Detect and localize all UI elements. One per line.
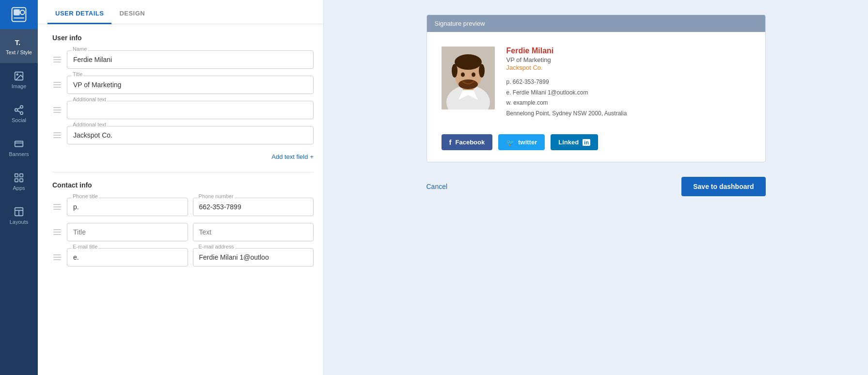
- title-text-two-col: [67, 223, 314, 241]
- svg-point-9: [20, 112, 23, 115]
- email-title-field-wrapper: E-mail title: [67, 248, 188, 266]
- title-text-field-row: [52, 223, 314, 241]
- sidebar-item-label: Social: [12, 117, 26, 123]
- preview-panel: Signature preview: [324, 0, 868, 375]
- phone-two-col: Phone title Phone number: [67, 198, 314, 216]
- social-linkedin-button[interactable]: Linked in: [551, 134, 598, 150]
- sidebar-item-layouts[interactable]: Layouts: [0, 199, 38, 233]
- tab-bar: USER DETAILS DESIGN: [38, 0, 323, 24]
- phone-field-row: Phone title Phone number: [52, 198, 314, 216]
- svg-point-26: [452, 64, 458, 78]
- sig-content: Ferdie Milani VP of Marketing Jackspot C…: [442, 47, 751, 119]
- title-text-drag-handle[interactable]: [52, 227, 62, 237]
- sig-email: e. Ferdie Milani 1@outlook.com: [506, 88, 751, 98]
- sidebar: T. Text / Style Image Social Banners: [0, 0, 38, 375]
- main-content: USER DETAILS DESIGN User info Name: [38, 0, 868, 375]
- svg-rect-16: [15, 179, 18, 182]
- sig-contact: p. 662-353-7899 e. Ferdie Milani 1@outlo…: [506, 77, 751, 119]
- email-field-row: E-mail title E-mail address: [52, 248, 314, 266]
- svg-point-7: [20, 106, 23, 109]
- email-address-field-wrapper: E-mail address: [193, 248, 314, 266]
- sidebar-item-label: Banners: [9, 151, 29, 157]
- phone-number-field-wrapper: Phone number: [193, 198, 314, 216]
- name-field-wrapper: Name: [67, 50, 314, 69]
- title-input[interactable]: [67, 76, 314, 94]
- sig-address: Bennelong Point, Sydney NSW 2000, Austra…: [506, 109, 751, 119]
- signature-preview-header: Signature preview: [427, 15, 765, 32]
- sidebar-item-banners[interactable]: Banners: [0, 131, 38, 165]
- sidebar-item-apps[interactable]: Apps: [0, 165, 38, 199]
- user-info-title: User info: [52, 34, 314, 42]
- svg-rect-12: [15, 141, 23, 147]
- svg-text:T.: T.: [15, 39, 20, 47]
- app-logo[interactable]: [0, 0, 38, 29]
- svg-point-27: [479, 64, 485, 78]
- sidebar-item-label: Layouts: [10, 219, 29, 225]
- sig-web: w. example.com: [506, 98, 751, 109]
- facebook-icon: f: [449, 138, 452, 146]
- svg-line-10: [17, 110, 20, 112]
- svg-point-30: [472, 73, 475, 77]
- form-panel: USER DETAILS DESIGN User info Name: [38, 0, 324, 375]
- avatar: [442, 47, 495, 109]
- phone-number-input[interactable]: [193, 198, 314, 216]
- phone-drag-handle[interactable]: [52, 202, 62, 212]
- form-content: User info Name Title: [38, 24, 323, 375]
- title2-input[interactable]: [67, 223, 188, 241]
- email-title-input[interactable]: [67, 248, 188, 266]
- add-text-field-button[interactable]: Add text field +: [52, 151, 314, 167]
- save-button[interactable]: Save to dashboard: [681, 177, 765, 196]
- additional-text2-drag-handle[interactable]: [52, 130, 62, 140]
- svg-point-2: [20, 10, 25, 15]
- text-input[interactable]: [193, 223, 314, 241]
- sidebar-item-label: Text / Style: [6, 49, 32, 55]
- sidebar-item-text-style[interactable]: T. Text / Style: [0, 29, 38, 63]
- contact-info-title: Contact info: [52, 181, 314, 189]
- name-field-row: Name: [52, 50, 314, 69]
- tab-user-details[interactable]: USER DETAILS: [47, 4, 111, 24]
- sig-company: Jackspot Co.: [506, 64, 751, 71]
- svg-rect-1: [14, 9, 20, 16]
- name-input[interactable]: [67, 50, 314, 69]
- cancel-button[interactable]: Cancel: [426, 183, 448, 190]
- svg-line-11: [17, 108, 20, 109]
- svg-rect-15: [20, 174, 23, 177]
- sidebar-item-label: Image: [12, 83, 27, 89]
- additional-text1-field-wrapper: Additional text: [67, 101, 314, 119]
- twitter-icon: 🐦: [506, 139, 514, 146]
- email-two-col: E-mail title E-mail address: [67, 248, 314, 266]
- svg-point-25: [455, 54, 482, 70]
- sidebar-item-label: Apps: [13, 185, 25, 191]
- svg-rect-14: [15, 174, 18, 177]
- signature-preview-body: Ferdie Milani VP of Marketing Jackspot C…: [427, 32, 765, 162]
- title-drag-handle[interactable]: [52, 80, 62, 90]
- svg-point-29: [461, 73, 465, 77]
- email-address-input[interactable]: [193, 248, 314, 266]
- tab-design[interactable]: DESIGN: [111, 4, 153, 24]
- additional-text2-field-wrapper: Additional text: [67, 126, 314, 144]
- sig-title: VP of Marketing: [506, 56, 751, 63]
- title-field-wrapper: Title: [67, 76, 314, 94]
- phone-title-field-wrapper: Phone title: [67, 198, 188, 216]
- email-drag-handle[interactable]: [52, 252, 62, 262]
- title2-field-wrapper: [67, 223, 188, 241]
- phone-title-input[interactable]: [67, 198, 188, 216]
- svg-point-6: [16, 74, 18, 75]
- social-twitter-button[interactable]: 🐦 twitter: [498, 134, 545, 150]
- additional-text2-input[interactable]: [67, 126, 314, 144]
- plus-icon: +: [310, 153, 314, 160]
- sidebar-item-social[interactable]: Social: [0, 97, 38, 131]
- sig-social: f Facebook 🐦 twitter Linked in: [442, 134, 751, 150]
- name-drag-handle[interactable]: [52, 55, 62, 64]
- text-field-wrapper: [193, 223, 314, 241]
- additional-text1-field-row: Additional text: [52, 101, 314, 119]
- social-facebook-button[interactable]: f Facebook: [442, 134, 493, 150]
- svg-rect-17: [20, 179, 23, 182]
- additional-text1-input[interactable]: [67, 101, 314, 119]
- additional-text1-drag-handle[interactable]: [52, 105, 62, 115]
- sidebar-item-image[interactable]: Image: [0, 63, 38, 97]
- additional-text2-field-row: Additional text: [52, 126, 314, 144]
- divider: [52, 172, 314, 172]
- sig-text: Ferdie Milani VP of Marketing Jackspot C…: [506, 47, 751, 119]
- linkedin-icon: in: [583, 139, 590, 146]
